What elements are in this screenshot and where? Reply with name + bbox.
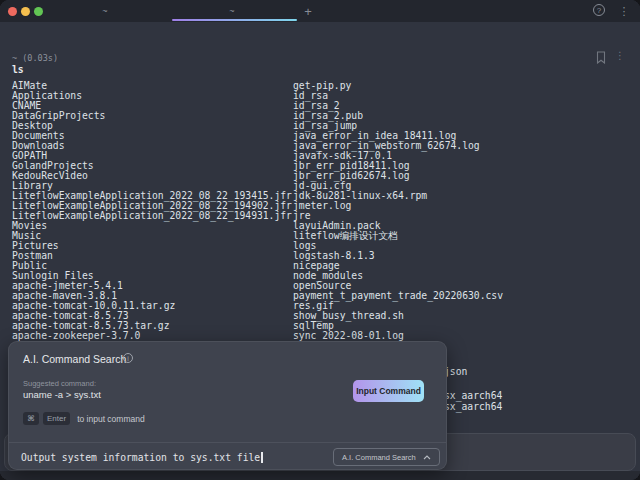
file-item: apache-zookeeper-3.7.0: [12, 331, 292, 341]
active-tab-indicator: [172, 19, 297, 21]
terminal-window: ~ ~ + ? ⋮ ~ (0.03s) ls ⋮ AIMateApplicati…: [0, 0, 640, 480]
tab-1[interactable]: ~: [45, 0, 165, 22]
file-column-left: AIMateApplicationsCNAMEDataGripProjectsD…: [12, 81, 292, 341]
obscured-file-fragment: sx_aarch64: [444, 401, 502, 412]
file-item: liteflow编排设计文档: [293, 231, 503, 241]
new-tab-button[interactable]: +: [300, 2, 316, 20]
file-item: DataGripProjects: [12, 111, 292, 121]
shortcut-hint-text: to input command: [77, 414, 145, 424]
file-item: LiteflowExampleApplication_2022_08_22_19…: [12, 211, 292, 221]
command-input-value[interactable]: Output system information to sys.txt fil…: [21, 452, 260, 463]
file-item: Applications: [12, 91, 292, 101]
file-item: Downloads: [12, 141, 292, 151]
help-icon[interactable]: ?: [593, 4, 605, 16]
minimize-window-button[interactable]: [21, 7, 30, 16]
bookmark-icon[interactable]: [596, 51, 606, 64]
tab-2-label: ~: [229, 6, 234, 16]
ai-command-search-mode-button[interactable]: A.I. Command Search: [333, 448, 440, 466]
enter-key-badge: Enter: [43, 412, 70, 425]
file-item: Pictures: [12, 241, 292, 251]
block-kebab-icon[interactable]: ⋮: [615, 50, 625, 61]
prompt-line: ~ (0.03s): [12, 53, 58, 63]
file-item: Movies: [12, 221, 292, 231]
window-bottom-edge: [0, 471, 640, 480]
file-item: jmeter.log: [293, 201, 503, 211]
close-window-button[interactable]: [8, 7, 17, 16]
obscured-file-fragment: sx_aarch64: [444, 390, 502, 401]
chevron-up-icon: [423, 455, 431, 460]
mode-button-label: A.I. Command Search: [342, 453, 416, 462]
file-column-right: get-pip.pyid_rsaid_rsa_2id_rsa_2.pubid_r…: [293, 81, 503, 341]
ai-panel-title: A.I. Command Search: [23, 353, 126, 365]
text-cursor: [261, 452, 263, 463]
file-item: Postman: [12, 251, 292, 261]
ai-command-search-panel: A.I. Command Search i Suggested command:…: [8, 341, 447, 470]
zoom-window-button[interactable]: [34, 7, 43, 16]
suggested-command-label: Suggested command:: [23, 379, 96, 388]
menu-kebab-icon[interactable]: ⋮: [618, 3, 630, 19]
file-item: sync_2022-08-01.log: [293, 331, 503, 341]
executed-command: ls: [12, 64, 24, 75]
file-item: KedouRecVideo: [12, 171, 292, 181]
cmd-key-badge: ⌘: [23, 412, 39, 425]
suggested-command-text: uname -a > sys.txt: [23, 389, 101, 400]
shortcut-hint-row: ⌘ Enter to input command: [23, 412, 145, 425]
obscured-file-fragment: json: [444, 366, 467, 377]
tab-1-label: ~: [102, 6, 107, 16]
input-command-button[interactable]: Input Command: [353, 380, 424, 402]
window-titlebar: ~ ~ + ? ⋮: [0, 0, 640, 22]
info-icon[interactable]: i: [123, 353, 133, 363]
